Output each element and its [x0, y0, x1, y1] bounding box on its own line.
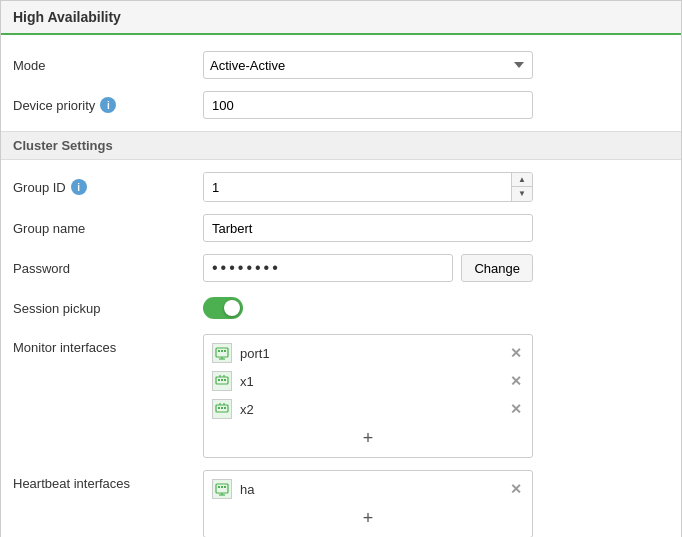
password-label: Password [13, 261, 203, 276]
spinner-buttons: ▲ ▼ [511, 173, 532, 201]
panel-title: High Availability [1, 1, 681, 35]
cluster-settings-divider: Cluster Settings [1, 131, 681, 160]
port1-name: port1 [240, 346, 500, 361]
device-priority-row: Device priority i [13, 91, 669, 119]
group-id-row: Group ID i ▲ ▼ [13, 172, 669, 202]
group-id-info-icon[interactable]: i [71, 179, 87, 195]
list-item: x2 ✕ [204, 395, 532, 423]
x1-name: x1 [240, 374, 500, 389]
svg-rect-1 [218, 350, 220, 352]
remove-x1-button[interactable]: ✕ [508, 374, 524, 388]
spinner-down-button[interactable]: ▼ [512, 187, 532, 201]
session-pickup-row: Session pickup [13, 294, 669, 322]
svg-rect-13 [218, 407, 220, 409]
svg-rect-14 [221, 407, 223, 409]
mode-select[interactable]: Active-Active Active-Passive Standalone [203, 51, 533, 79]
remove-port1-button[interactable]: ✕ [508, 346, 524, 360]
group-id-label: Group ID i [13, 179, 203, 195]
panel-body: Mode Active-Active Active-Passive Standa… [1, 35, 681, 537]
svg-rect-18 [216, 484, 228, 493]
spinner-up-button[interactable]: ▲ [512, 173, 532, 187]
heartbeat-interfaces-label: Heartbeat interfaces [13, 470, 203, 491]
list-item: ha ✕ [204, 475, 532, 503]
list-item: x1 ✕ [204, 367, 532, 395]
port1-icon [212, 343, 232, 363]
device-priority-input[interactable] [203, 91, 533, 119]
device-priority-label: Device priority i [13, 97, 203, 113]
x1-icon [212, 371, 232, 391]
password-row-content: •••••••• Change [203, 254, 533, 282]
list-item: port1 ✕ [204, 339, 532, 367]
monitor-interfaces-box: port1 ✕ [203, 334, 533, 458]
svg-rect-2 [221, 350, 223, 352]
svg-rect-0 [216, 348, 228, 357]
password-dots: •••••••• [203, 254, 453, 282]
session-pickup-label: Session pickup [13, 301, 203, 316]
x2-name: x2 [240, 402, 500, 417]
svg-rect-19 [218, 486, 220, 488]
device-priority-control [203, 91, 669, 119]
svg-rect-21 [224, 486, 226, 488]
monitor-add-row: + [204, 423, 532, 453]
mode-row: Mode Active-Active Active-Passive Standa… [13, 51, 669, 79]
heartbeat-interfaces-box: ha ✕ + [203, 470, 533, 537]
high-availability-panel: High Availability Mode Active-Active Act… [0, 0, 682, 537]
heartbeat-add-button[interactable]: + [355, 507, 382, 529]
mode-label: Mode [13, 58, 203, 73]
monitor-interfaces-control: port1 ✕ [203, 334, 669, 458]
group-name-row: Group name [13, 214, 669, 242]
remove-x2-button[interactable]: ✕ [508, 402, 524, 416]
group-name-input[interactable] [203, 214, 533, 242]
ha-icon [212, 479, 232, 499]
change-password-button[interactable]: Change [461, 254, 533, 282]
mode-control: Active-Active Active-Passive Standalone [203, 51, 669, 79]
password-control: •••••••• Change [203, 254, 669, 282]
monitor-interfaces-label: Monitor interfaces [13, 334, 203, 355]
heartbeat-interfaces-row: Heartbeat interfaces [13, 470, 669, 537]
session-pickup-toggle[interactable] [203, 297, 669, 319]
heartbeat-add-row: + [204, 503, 532, 533]
remove-ha-button[interactable]: ✕ [508, 482, 524, 496]
monitor-interfaces-row: Monitor interfaces [13, 334, 669, 458]
svg-rect-7 [218, 379, 220, 381]
toggle-track [203, 297, 243, 319]
svg-rect-15 [224, 407, 226, 409]
monitor-add-button[interactable]: + [355, 427, 382, 449]
toggle-thumb [224, 300, 240, 316]
ha-name: ha [240, 482, 500, 497]
device-priority-info-icon[interactable]: i [100, 97, 116, 113]
heartbeat-interfaces-control: ha ✕ + [203, 470, 669, 537]
group-name-control [203, 214, 669, 242]
svg-rect-9 [224, 379, 226, 381]
svg-rect-3 [224, 350, 226, 352]
group-id-spinner: ▲ ▼ [203, 172, 533, 202]
svg-rect-20 [221, 486, 223, 488]
group-id-input[interactable] [204, 173, 511, 201]
x2-icon [212, 399, 232, 419]
svg-rect-8 [221, 379, 223, 381]
group-id-control: ▲ ▼ [203, 172, 669, 202]
password-row: Password •••••••• Change [13, 254, 669, 282]
group-name-label: Group name [13, 221, 203, 236]
session-pickup-control [203, 297, 669, 319]
